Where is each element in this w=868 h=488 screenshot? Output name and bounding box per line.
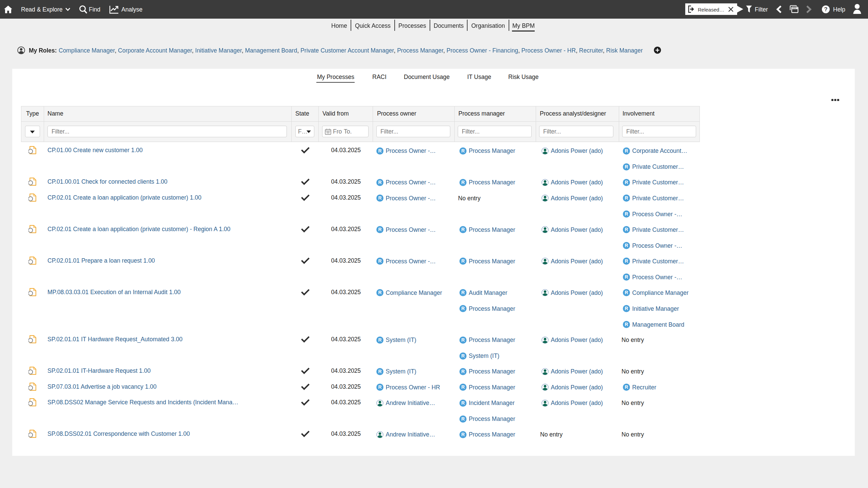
- svg-text:?: ?: [824, 6, 827, 12]
